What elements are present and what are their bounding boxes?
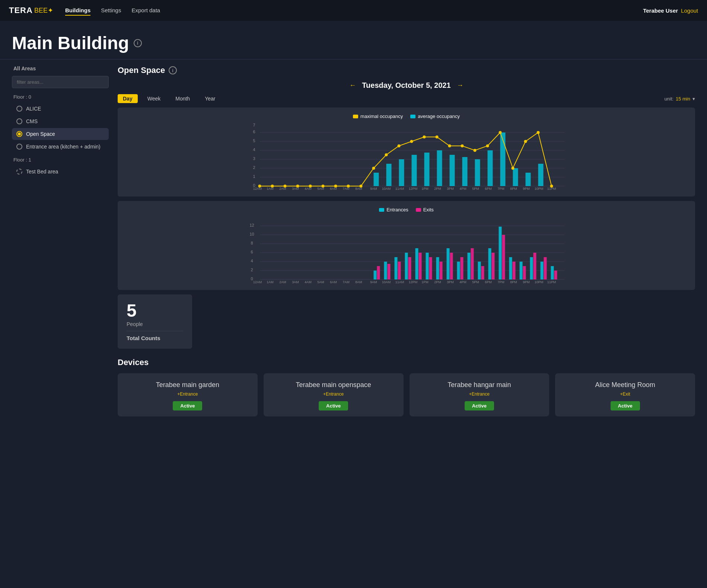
sidebar-item-alice[interactable]: ALICE — [12, 103, 109, 115]
devices-grid: Terabee main garden +Entrance Active Ter… — [118, 373, 695, 416]
page-header: Main Building i — [0, 21, 707, 60]
svg-text:7PM: 7PM — [497, 280, 504, 284]
svg-point-49 — [512, 167, 515, 170]
svg-text:9AM: 9AM — [370, 280, 377, 284]
device-name-1: Terabee main openspace — [296, 381, 371, 389]
svg-rect-97 — [405, 253, 408, 279]
nav-settings[interactable]: Settings — [101, 6, 121, 16]
svg-rect-94 — [388, 264, 391, 279]
stat-divider — [127, 331, 183, 331]
area-name-entrance: Entrance area (kitchen + admin) — [26, 144, 101, 150]
legend-average-label: average occupancy — [418, 114, 460, 119]
svg-point-41 — [410, 140, 413, 143]
svg-text:4PM: 4PM — [459, 187, 466, 191]
svg-text:3PM: 3PM — [447, 187, 454, 191]
page-title: Main Building — [12, 33, 129, 53]
svg-text:11AM: 11AM — [395, 280, 404, 284]
svg-text:6AM: 6AM — [330, 280, 337, 284]
device-status-3: Active — [611, 401, 640, 410]
tab-year[interactable]: Year — [200, 94, 220, 103]
sidebar-item-openspace[interactable]: Open Space — [12, 128, 109, 140]
stat-desc: Total Counts — [127, 335, 183, 341]
svg-text:0: 0 — [251, 277, 253, 281]
search-input[interactable] — [12, 76, 109, 88]
svg-text:2PM: 2PM — [434, 280, 441, 284]
date-next-arrow[interactable]: → — [457, 82, 464, 89]
legend-average-dot — [410, 115, 415, 118]
svg-rect-121 — [530, 257, 533, 279]
svg-text:2AM: 2AM — [279, 280, 286, 284]
svg-text:10PM: 10PM — [535, 187, 544, 191]
svg-text:8PM: 8PM — [510, 187, 517, 191]
svg-rect-16 — [386, 164, 392, 186]
chart1-svg: 0 1 2 3 4 5 6 7 — [124, 124, 689, 191]
radio-cms — [16, 118, 22, 124]
stat-number: 5 — [127, 302, 183, 320]
svg-rect-115 — [499, 227, 502, 279]
svg-text:1PM: 1PM — [421, 187, 429, 191]
sidebar-item-testbed[interactable]: Test Bed area — [12, 166, 109, 178]
svg-rect-99 — [415, 248, 418, 279]
svg-rect-114 — [492, 253, 495, 279]
svg-rect-28 — [538, 164, 544, 186]
svg-text:8PM: 8PM — [510, 280, 517, 284]
svg-rect-125 — [551, 266, 554, 279]
svg-text:12AM: 12AM — [253, 280, 262, 284]
svg-rect-123 — [541, 262, 544, 279]
tab-month[interactable]: Month — [170, 94, 195, 103]
area-name-cms: CMS — [26, 118, 38, 124]
floor-0-label: Floor : 0 — [12, 94, 109, 100]
nav-export[interactable]: Export data — [131, 6, 160, 16]
legend-average: average occupancy — [410, 114, 460, 119]
svg-rect-124 — [544, 257, 547, 279]
area-info-icon[interactable]: i — [169, 66, 177, 74]
logout-button[interactable]: Logout — [681, 7, 698, 14]
legend-entrances: Entrances — [379, 207, 408, 212]
unit-selector[interactable]: unit: 15 min ▾ — [664, 96, 695, 102]
svg-text:11PM: 11PM — [547, 187, 556, 191]
svg-rect-113 — [488, 248, 491, 279]
legend-exits-label: Exits — [423, 207, 434, 212]
svg-rect-118 — [513, 262, 516, 279]
svg-rect-105 — [447, 248, 450, 279]
svg-text:5: 5 — [253, 138, 255, 143]
logo-text: TERA — [9, 6, 33, 15]
svg-text:8AM: 8AM — [355, 187, 362, 191]
device-card-3: Alice Meeting Room +Exit Active — [555, 373, 695, 416]
svg-text:7PM: 7PM — [497, 187, 504, 191]
svg-rect-104 — [440, 262, 443, 279]
device-card-2: Terabee hangar main +Entrance Active — [410, 373, 550, 416]
area-title: Open Space — [118, 65, 165, 75]
nav-links: Buildings Settings Export data — [65, 6, 160, 16]
page-info-icon[interactable]: i — [134, 39, 142, 47]
time-tabs: Day Week Month Year unit: 15 min ▾ — [118, 94, 695, 103]
user-name: Terabee User — [643, 7, 678, 14]
svg-rect-24 — [488, 150, 493, 186]
svg-text:8AM: 8AM — [355, 280, 362, 284]
svg-point-45 — [461, 144, 464, 147]
tab-day[interactable]: Day — [118, 94, 138, 103]
legend-maximal: maximal occupancy — [353, 114, 403, 119]
area-name-alice: ALICE — [26, 106, 41, 112]
stat-card: 5 People Total Counts — [118, 294, 192, 349]
svg-rect-126 — [554, 271, 557, 279]
svg-rect-26 — [513, 168, 518, 186]
device-status-0: Active — [173, 401, 202, 410]
legend-entrances-dot — [379, 208, 384, 212]
legend-exits-dot — [416, 208, 421, 212]
unit-value: 15 min — [676, 96, 690, 102]
svg-rect-122 — [534, 253, 536, 279]
sidebar-item-cms[interactable]: CMS — [12, 115, 109, 127]
svg-text:2AM: 2AM — [279, 187, 286, 191]
svg-rect-101 — [426, 253, 429, 279]
nav-buildings[interactable]: Buildings — [65, 6, 90, 16]
tab-week[interactable]: Week — [142, 94, 166, 103]
svg-rect-103 — [436, 257, 439, 279]
date-prev-arrow[interactable]: ← — [349, 82, 356, 89]
sidebar-item-entrance[interactable]: Entrance area (kitchen + admin) — [12, 141, 109, 153]
svg-rect-21 — [450, 155, 455, 186]
svg-text:4: 4 — [251, 259, 253, 263]
device-name-2: Terabee hangar main — [448, 381, 511, 389]
svg-text:2: 2 — [251, 268, 253, 272]
device-card-0: Terabee main garden +Entrance Active — [118, 373, 258, 416]
